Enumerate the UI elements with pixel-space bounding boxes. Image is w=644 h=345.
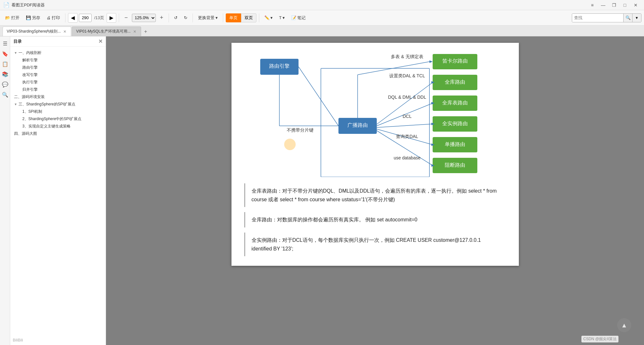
csdn-tag: CSDN @掘尖II算法 — [581, 336, 618, 342]
toc-item[interactable]: ▼一、内核剖析 — [13, 49, 103, 57]
comment-icon[interactable]: 💬 — [1, 80, 10, 89]
rotate-left-icon: ↺ — [174, 15, 178, 20]
minimize-button[interactable]: — — [598, 1, 608, 10]
search-box: 🔍 ▾ — [572, 13, 641, 22]
sidebar-icons: ☰ 🔖 📋 📚 💬 🔍 — [0, 36, 10, 345]
next-page-button[interactable]: ▶ — [107, 13, 116, 23]
sidebar: 目录 ✕ ▼一、内核剖析解析引擎路由引擎改写引擎执行引擎归并引擎二、源码环境安装… — [10, 36, 106, 345]
search-side-icon[interactable]: 🔍 — [1, 90, 10, 99]
dql-dml-ddl-label: DQL & DML & DDL — [388, 95, 426, 100]
toc-content: ▼一、内核剖析解析引擎路由引擎改写引擎执行引擎归并引擎二、源码环境安装▼三、Sh… — [10, 47, 106, 345]
watermark: BiliBili — [13, 338, 23, 342]
search-button[interactable]: 🔍 — [623, 14, 632, 22]
save-button[interactable]: 💾 另存 — [23, 14, 43, 22]
full-db-table-routing-label: 全库表路由 — [442, 100, 468, 105]
routing-diagram: 路由引擎 广播路由 笛卡尔路由 全库路由 全库表路由 — [251, 49, 500, 177]
block-routing-label: 阻断路由 — [445, 162, 465, 168]
print-button[interactable]: 🖨 打印 — [44, 14, 63, 22]
menu-button[interactable]: ≡ — [587, 1, 597, 10]
toc-item[interactable]: 归并引擎 — [13, 86, 103, 93]
annotation-icon[interactable]: 📋 — [1, 59, 10, 68]
app-icon: 📄 — [3, 2, 10, 8]
toc-item[interactable]: 二、源码环境安装 — [13, 93, 103, 101]
open-button[interactable]: 📂 打开 — [3, 14, 22, 22]
save-icon: 💾 — [26, 15, 31, 20]
toc-item[interactable]: 路由引擎 — [13, 64, 103, 71]
zoom-in-button[interactable]: + — [157, 13, 166, 22]
text-section-2: 全库路由：对数据库的操作都会遍历所有真实库。 例如 set autocommit… — [244, 212, 506, 227]
tab-label-vip01: VIP01-MySQL生产环境高可用... — [76, 29, 131, 34]
change-bg-button[interactable]: 更换背景 ▾ — [195, 14, 220, 22]
sidebar-close-button[interactable]: ✕ — [98, 38, 102, 44]
prev-page-button[interactable]: ◀ — [68, 13, 78, 23]
toc-item[interactable]: 四、源码大图 — [13, 130, 103, 137]
use-database-label: use database — [393, 155, 420, 160]
tab-close-vip03[interactable]: ✕ — [63, 29, 67, 34]
tab-vip01[interactable]: VIP01-MySQL生产环境高可用... ✕ — [72, 27, 141, 36]
sidebar-title: 目录 — [13, 39, 22, 44]
toc-item[interactable]: 2、ShardingSphere中的SPI扩展点 — [13, 115, 103, 123]
toolbar: 📂 打开 💾 另存 🖨 打印 ◀ /13页 ▶ − 125.0% 100% 15… — [0, 10, 644, 26]
toc-item[interactable]: 3、实现自定义主键生成策略 — [13, 123, 103, 130]
close-button[interactable]: ✕ — [631, 1, 641, 10]
toc-icon[interactable]: ☰ — [1, 39, 10, 48]
bookmark-icon[interactable]: 🔖 — [1, 49, 10, 58]
no-shard-key-label: 不携带分片键 — [287, 127, 314, 133]
full-instance-routing-label: 全实例路由 — [442, 121, 468, 126]
search-input[interactable] — [572, 14, 623, 22]
multi-table-label: 多表 & 无绑定表 — [391, 54, 423, 59]
toc-item[interactable]: 解析引擎 — [13, 57, 103, 64]
separator-4 — [193, 13, 193, 22]
text-section-3: 全实例路由：对于DCL语句，每个数据库实例只执行一次，例如 CREATE USE… — [244, 233, 506, 256]
separator-1 — [65, 13, 65, 22]
tab-close-vip01[interactable]: ✕ — [133, 29, 137, 34]
diagram-container: 路由引擎 广播路由 笛卡尔路由 全库路由 全库表路由 — [244, 49, 506, 177]
chevron-down-icon: ▾ — [216, 15, 218, 20]
content-area[interactable]: 路由引擎 广播路由 笛卡尔路由 全库路由 全库表路由 — [106, 36, 644, 345]
text-button[interactable]: T ▾ — [277, 14, 287, 21]
line-engine-to-broadcast — [299, 67, 338, 126]
rotate-left-button[interactable]: ↺ — [171, 14, 180, 21]
separator-3 — [169, 13, 169, 22]
chevron-down-icon-2: ▾ — [270, 15, 273, 20]
title-bar: 📄 看图王PDF阅读器 ≡ — ❐ □ ✕ — [0, 0, 644, 10]
rotate-right-button[interactable]: ↻ — [181, 14, 190, 21]
zoom-select[interactable]: 125.0% 100% 150% 75% — [132, 14, 156, 22]
open-icon: 📂 — [5, 15, 10, 20]
chevron-down-icon-3: ▾ — [283, 15, 285, 20]
tab-bar: VIP03-ShardingSphere内核剖... ✕ VIP01-MySQL… — [0, 26, 644, 36]
dal-tcl-label: 设置类DAL & TCL — [389, 73, 425, 78]
tab-add-button[interactable]: + — [142, 28, 149, 35]
print-icon: 🖨 — [47, 15, 51, 20]
zoom-out-button[interactable]: − — [122, 13, 131, 22]
separator-6 — [259, 13, 259, 22]
broadcast-routing-label: 广播路由 — [347, 122, 368, 128]
page-total-label: /13页 — [93, 15, 105, 21]
toc-item[interactable]: ▼三、ShardingSphere的SPI扩展点 — [13, 101, 103, 108]
pencil-icon: ✏️ — [264, 15, 269, 20]
single-page-button[interactable]: 单页 — [226, 13, 241, 22]
toc-item[interactable]: 改写引擎 — [13, 71, 103, 79]
single-broadcast-routing-label: 单播路由 — [445, 142, 465, 147]
pencil-button[interactable]: ✏️ ▾ — [262, 14, 275, 21]
full-db-routing-label: 全库路由 — [445, 79, 465, 85]
search-dropdown-button[interactable]: ▾ — [632, 14, 641, 22]
toc-item[interactable]: 执行引擎 — [13, 79, 103, 86]
dcl-label: DCL — [402, 114, 411, 119]
note-button[interactable]: 📝 笔记 — [289, 14, 308, 22]
line-to-full-instance — [377, 124, 433, 127]
page-number-input[interactable] — [79, 14, 92, 22]
scroll-top-button[interactable]: ▲ — [617, 318, 631, 332]
tab-vip03[interactable]: VIP03-ShardingSphere内核剖... ✕ — [3, 27, 71, 36]
note-icon: 📝 — [291, 15, 296, 20]
text-icon: T — [279, 15, 282, 20]
toc-item[interactable]: 1、SPI机制 — [13, 108, 103, 115]
library-icon[interactable]: 📚 — [1, 70, 10, 79]
rotate-right-icon: ↻ — [184, 15, 187, 20]
sidebar-header: 目录 ✕ — [10, 36, 106, 47]
cartesian-routing-label: 笛卡尔路由 — [442, 58, 468, 64]
maximize-button[interactable]: □ — [620, 1, 630, 10]
restore-button[interactable]: ❐ — [609, 1, 619, 10]
separator-2 — [119, 13, 119, 22]
double-page-button[interactable]: 双页 — [241, 13, 256, 22]
